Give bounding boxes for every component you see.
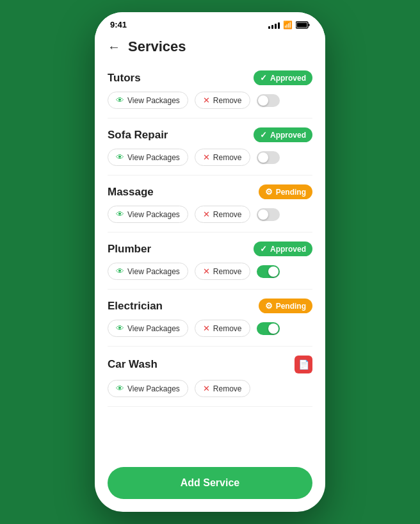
service-item-electrician: Electrician ⚙ Pending 👁 View Packages ✕ … <box>108 290 312 347</box>
x-icon: ✕ <box>203 266 210 276</box>
document-icon: 📄 <box>295 356 312 373</box>
view-label: View Packages <box>127 324 180 333</box>
remove-label: Remove <box>213 210 242 219</box>
remove-button[interactable]: ✕ Remove <box>195 206 250 223</box>
toggle-plumber[interactable] <box>257 265 280 278</box>
service-name: Plumber <box>108 243 151 256</box>
view-label: View Packages <box>127 153 180 162</box>
view-label: View Packages <box>127 267 180 276</box>
service-actions: 👁 View Packages ✕ Remove <box>108 149 312 166</box>
eye-icon: 👁 <box>116 384 124 393</box>
page-title: Services <box>128 38 186 55</box>
toggle-knob <box>258 152 268 163</box>
service-item-plumber: Plumber ✓ Approved 👁 View Packages ✕ Rem… <box>108 233 312 290</box>
add-service-button[interactable]: Add Service <box>108 467 312 499</box>
remove-button[interactable]: ✕ Remove <box>195 380 250 397</box>
wifi-icon: 📶 <box>283 20 293 29</box>
service-item-sofa-repair: Sofa Repair ✓ Approved 👁 View Packages ✕… <box>108 119 312 176</box>
signal-icon <box>268 21 280 29</box>
svg-rect-1 <box>297 22 307 27</box>
approved-badge: ✓ Approved <box>254 70 312 85</box>
view-label: View Packages <box>127 384 180 393</box>
svg-rect-2 <box>309 24 310 26</box>
phone-container: 9:41 📶 ← Services <box>95 12 325 512</box>
view-packages-button[interactable]: 👁 View Packages <box>108 206 188 223</box>
remove-label: Remove <box>213 324 242 333</box>
service-name: Massage <box>108 186 154 199</box>
status-icons: 📶 <box>268 20 310 29</box>
status-time: 9:41 <box>110 20 127 29</box>
toggle-sofa-repair[interactable] <box>257 151 280 164</box>
badge-label: Pending <box>276 302 306 311</box>
toggle-knob <box>258 209 268 220</box>
service-name: Tutors <box>108 72 141 85</box>
view-packages-button[interactable]: 👁 View Packages <box>108 92 188 109</box>
service-actions: 👁 View Packages ✕ Remove <box>108 320 312 337</box>
remove-button[interactable]: ✕ Remove <box>195 149 250 166</box>
toggle-tutors[interactable] <box>257 94 280 107</box>
eye-icon: 👁 <box>116 95 124 105</box>
eye-icon: 👁 <box>116 323 124 333</box>
status-bar: 9:41 📶 <box>95 12 325 32</box>
service-item-tutors: Tutors ✓ Approved 👁 View Packages ✕ Remo… <box>108 61 312 119</box>
toggle-knob <box>268 266 279 277</box>
remove-label: Remove <box>213 384 242 393</box>
view-packages-button[interactable]: 👁 View Packages <box>108 380 188 397</box>
approved-badge: ✓ Approved <box>254 242 312 256</box>
service-name: Electrician <box>108 300 163 313</box>
service-header-row: Car Wash 📄 <box>108 356 312 373</box>
services-list: Tutors ✓ Approved 👁 View Packages ✕ Remo… <box>95 61 325 461</box>
remove-button[interactable]: ✕ Remove <box>195 92 250 109</box>
toggle-electrician[interactable] <box>257 322 280 335</box>
badge-label: Approved <box>270 245 306 254</box>
service-actions: 👁 View Packages ✕ Remove <box>108 380 312 397</box>
back-button[interactable]: ← <box>108 40 120 54</box>
pending-badge: ⚙ Pending <box>259 299 312 313</box>
service-name: Sofa Repair <box>108 129 168 142</box>
gear-icon: ⚙ <box>265 187 273 197</box>
badge-label: Approved <box>270 131 306 140</box>
service-item-car-wash: Car Wash 📄 👁 View Packages ✕ Remove <box>108 347 312 407</box>
service-header-row: Sofa Repair ✓ Approved <box>108 127 312 142</box>
x-icon: ✕ <box>203 384 210 393</box>
remove-label: Remove <box>213 96 242 105</box>
toggle-knob <box>268 323 279 334</box>
service-header-row: Plumber ✓ Approved <box>108 242 312 256</box>
x-icon: ✕ <box>203 152 210 162</box>
toggle-knob <box>258 95 268 106</box>
page-header: ← Services <box>95 32 325 61</box>
car-wash-badge: 📄 <box>295 356 312 373</box>
service-actions: 👁 View Packages ✕ Remove <box>108 206 312 223</box>
remove-label: Remove <box>213 267 242 276</box>
gear-icon: ⚙ <box>265 301 273 311</box>
x-icon: ✕ <box>203 95 210 105</box>
service-item-massage: Massage ⚙ Pending 👁 View Packages ✕ Remo… <box>108 176 312 233</box>
service-actions: 👁 View Packages ✕ Remove <box>108 263 312 280</box>
pending-badge: ⚙ Pending <box>259 184 312 199</box>
remove-button[interactable]: ✕ Remove <box>195 263 250 280</box>
check-icon: ✓ <box>260 130 267 140</box>
badge-label: Pending <box>276 188 306 197</box>
content-area: Tutors ✓ Approved 👁 View Packages ✕ Remo… <box>95 61 325 512</box>
view-packages-button[interactable]: 👁 View Packages <box>108 149 188 166</box>
toggle-massage[interactable] <box>257 208 280 221</box>
view-label: View Packages <box>127 96 180 105</box>
check-icon: ✓ <box>260 244 267 254</box>
service-actions: 👁 View Packages ✕ Remove <box>108 92 312 109</box>
eye-icon: 👁 <box>116 209 124 219</box>
service-header-row: Massage ⚙ Pending <box>108 184 312 199</box>
x-icon: ✕ <box>203 323 210 333</box>
view-packages-button[interactable]: 👁 View Packages <box>108 263 188 280</box>
view-packages-button[interactable]: 👁 View Packages <box>108 320 188 337</box>
approved-badge: ✓ Approved <box>254 127 312 142</box>
badge-label: Approved <box>270 74 306 83</box>
check-icon: ✓ <box>260 73 267 83</box>
remove-button[interactable]: ✕ Remove <box>195 320 250 337</box>
battery-icon <box>296 21 310 29</box>
eye-icon: 👁 <box>116 266 124 276</box>
eye-icon: 👁 <box>116 152 124 162</box>
service-header-row: Tutors ✓ Approved <box>108 70 312 85</box>
service-name: Car Wash <box>108 358 158 371</box>
x-icon: ✕ <box>203 209 210 219</box>
view-label: View Packages <box>127 210 180 219</box>
